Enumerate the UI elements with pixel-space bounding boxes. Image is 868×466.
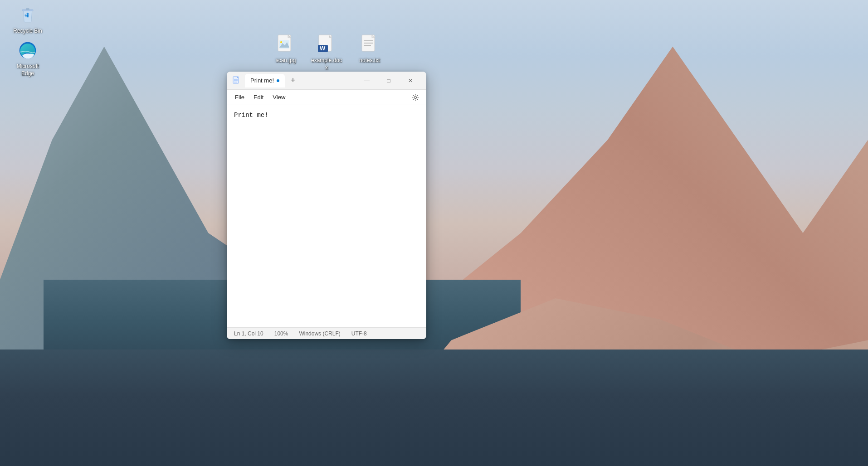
desktop-icon-scan-jpg[interactable]: scan.jpg: [268, 32, 304, 66]
ground-layer: [0, 350, 868, 466]
line-ending: Windows (CRLF): [299, 330, 340, 337]
zoom-level: 100%: [274, 330, 288, 337]
maximize-button[interactable]: □: [378, 73, 399, 88]
recycle-bin-label: Recycle Bin: [11, 28, 44, 35]
status-bar: Ln 1, Col 10 100% Windows (CRLF) UTF-8: [227, 327, 426, 339]
title-bar-tabs: Print me! +: [245, 74, 356, 87]
edge-label: Microsoft Edge: [11, 63, 44, 77]
menu-view[interactable]: View: [268, 92, 290, 102]
desktop-icon-notes-txt[interactable]: notes.txt: [351, 32, 388, 66]
svg-point-6: [280, 41, 282, 43]
svg-point-18: [414, 96, 417, 98]
scan-jpg-label: scan.jpg: [269, 57, 302, 64]
notepad-text-content: Print me!: [234, 112, 268, 119]
active-tab[interactable]: Print me!: [245, 74, 285, 87]
menu-edit[interactable]: Edit: [249, 92, 268, 102]
edge-icon: [17, 39, 39, 61]
unsaved-dot: [277, 79, 279, 82]
recycle-bin-icon: [17, 4, 39, 26]
menu-file[interactable]: File: [230, 92, 249, 102]
tab-title: Print me!: [250, 77, 274, 84]
minimize-button[interactable]: —: [356, 73, 377, 88]
window-controls: — □ ✕: [356, 73, 421, 88]
desktop-icon-recycle-bin[interactable]: Recycle Bin: [10, 2, 46, 37]
notepad-text-area[interactable]: Print me!: [227, 105, 426, 327]
example-docx-label: example.docx: [310, 57, 343, 71]
encoding: UTF-8: [351, 330, 367, 337]
example-docx-icon: W: [316, 34, 337, 55]
notepad-app-icon: [232, 76, 241, 85]
scan-jpg-icon: [275, 34, 297, 55]
menu-bar: File Edit View: [227, 90, 426, 105]
notes-txt-icon: [359, 34, 380, 55]
desktop: Recycle Bin: [0, 0, 868, 466]
notes-txt-label: notes.txt: [353, 57, 386, 64]
add-tab-button[interactable]: +: [287, 74, 299, 87]
desktop-icon-microsoft-edge[interactable]: Microsoft Edge: [10, 38, 46, 79]
notepad-window: Print me! + — □ ✕ File Edit View: [227, 72, 426, 339]
svg-rect-1: [26, 8, 29, 10]
close-button[interactable]: ✕: [400, 73, 421, 88]
cursor-position: Ln 1, Col 10: [234, 330, 263, 337]
svg-text:W: W: [320, 45, 326, 52]
desktop-icon-example-docx[interactable]: W example.docx: [308, 32, 345, 73]
settings-button[interactable]: [408, 91, 423, 104]
title-bar: Print me! + — □ ✕: [227, 72, 426, 90]
